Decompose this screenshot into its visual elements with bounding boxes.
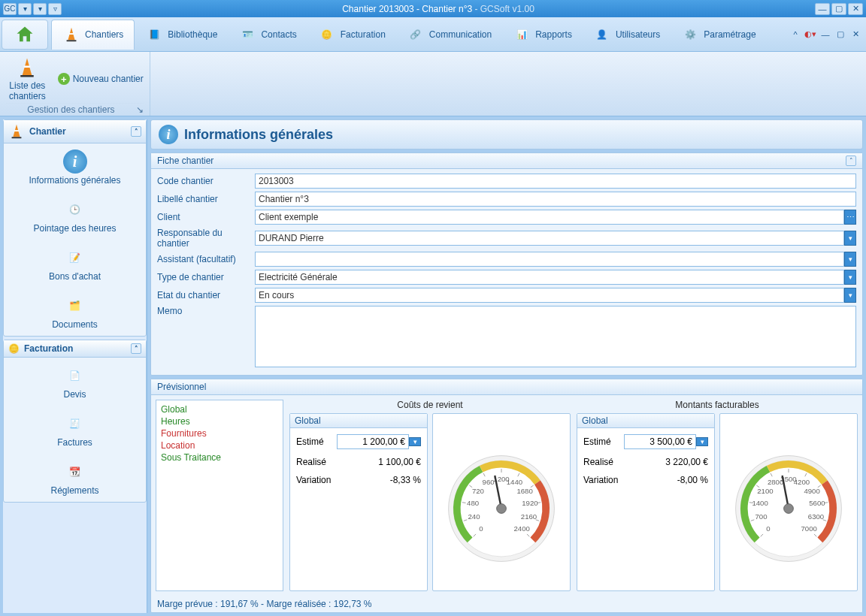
category-item[interactable]: Location [159, 439, 280, 451]
tab-chantiers[interactable]: Chantiers [51, 20, 135, 50]
client-field[interactable] [255, 210, 844, 225]
dropdown-button[interactable]: ▾ [844, 270, 856, 285]
assistant-field[interactable] [255, 252, 844, 267]
sidebar-group-header[interactable]: 🪙 Facturation ˄ [4, 340, 146, 358]
svg-text:480: 480 [467, 499, 479, 507]
collapse-icon[interactable]: ˄ [131, 126, 141, 137]
estime-montants-input[interactable] [624, 434, 696, 449]
svg-text:1400: 1400 [752, 499, 768, 507]
tab-rapports[interactable]: 📊Rapports [502, 20, 583, 50]
folder-icon: 🗂️ [63, 294, 87, 318]
sidebar-item-info[interactable]: iInformations générales [4, 143, 146, 192]
home-icon [14, 24, 35, 45]
gauge-montants: 0700140021002800350042004900560063007000 [719, 413, 858, 591]
new-chantier-button[interactable]: + Nouveau chantier [58, 73, 144, 85]
code-field[interactable] [255, 174, 856, 189]
user-icon: 👤 [593, 26, 611, 44]
dropdown-button[interactable]: ▾ [844, 252, 856, 267]
document-icon: 📄 [63, 364, 87, 388]
sidebar-item-bons[interactable]: 📝Bons d'achat [4, 240, 146, 288]
book-icon: 📘 [145, 26, 163, 44]
tab-utilisateurs[interactable]: 👤Utilisateurs [583, 20, 671, 50]
category-item[interactable]: Heures [159, 415, 280, 427]
svg-point-31 [497, 503, 507, 513]
memo-field[interactable] [255, 306, 856, 367]
libelle-field[interactable] [255, 192, 856, 207]
qat-app-icon[interactable]: GC [3, 3, 17, 15]
edit-icon: 📝 [63, 246, 87, 270]
dropdown-button[interactable]: ▾ [696, 437, 708, 446]
sidebar-item-factures[interactable]: 🧾Factures [4, 406, 146, 454]
tab-bibliotheque[interactable]: 📘Bibliothèque [135, 20, 228, 50]
etat-field[interactable] [255, 288, 844, 303]
estime-couts-input[interactable] [337, 434, 409, 449]
svg-rect-0 [69, 33, 74, 35]
window-titlebar: GC ▾ ▾ ▿ Chantier 2013003 - Chantier n°3… [0, 0, 866, 17]
chevron-up-icon[interactable]: ^ [789, 29, 801, 41]
responsable-field[interactable] [255, 231, 844, 246]
invoice-icon: 🧾 [63, 412, 87, 436]
gauge-couts: 0240480720960120014401680192021602400 [432, 413, 571, 591]
dropdown-button[interactable]: ▾ [844, 288, 856, 303]
contact-icon: 🪪 [238, 26, 256, 44]
dropdown-button[interactable]: ▾ [844, 231, 856, 246]
cone-icon [62, 26, 80, 44]
svg-text:4900: 4900 [804, 486, 819, 494]
qat-button-1[interactable]: ▾ [18, 3, 32, 15]
cone-icon [8, 123, 25, 140]
ribbon-panel: Liste des chantiers + Nouveau chantier G… [0, 52, 866, 116]
type-field[interactable] [255, 270, 844, 285]
sidebar-item-devis[interactable]: 📄Devis [4, 358, 146, 406]
close-button[interactable]: ✕ [848, 3, 863, 15]
cone-icon [16, 56, 38, 79]
ribbon-group-caption: Gestion des chantiers ↘ [6, 103, 144, 115]
calendar-icon: 📆 [63, 460, 87, 484]
mdi-minimize-button[interactable]: — [819, 29, 831, 41]
mdi-close-button[interactable]: ✕ [849, 29, 861, 41]
tab-label: Chantiers [85, 29, 123, 40]
sidebar-item-pointage[interactable]: 🕒Pointage des heures [4, 192, 146, 240]
svg-text:6300: 6300 [808, 512, 824, 521]
sidebar-group-header[interactable]: Chantier ˄ [4, 120, 146, 143]
svg-point-57 [784, 503, 794, 513]
category-item[interactable]: Sous Traitance [159, 451, 280, 464]
qat-button-2[interactable]: ▾ [33, 3, 47, 15]
svg-text:1680: 1680 [516, 486, 532, 494]
clock-icon: 🕒 [63, 198, 87, 222]
collapse-icon[interactable]: ˄ [846, 156, 856, 166]
restore-button[interactable]: ▢ [831, 3, 846, 15]
minimize-button[interactable]: — [815, 3, 830, 15]
share-icon: 🔗 [407, 26, 425, 44]
collapse-icon[interactable]: ˄ [131, 343, 141, 354]
client-picker-button[interactable]: ⋯ [844, 210, 856, 225]
panel-previsionnel: Prévisionnel GlobalHeuresFournituresLoca… [150, 379, 863, 613]
category-item[interactable]: Global [159, 403, 280, 415]
page-title: Informations générales [184, 127, 333, 143]
mdi-restore-button[interactable]: ▢ [834, 29, 846, 41]
sidebar: Chantier ˄ iInformations générales 🕒Poin… [3, 119, 147, 613]
app-home-button[interactable] [2, 20, 48, 50]
svg-text:1440: 1440 [507, 478, 522, 486]
info-icon: i [63, 149, 87, 174]
svg-text:2100: 2100 [757, 486, 773, 494]
svg-text:0: 0 [766, 524, 770, 532]
list-chantiers-button[interactable]: Liste des chantiers [6, 55, 49, 103]
qat-overflow[interactable]: ▿ [48, 3, 62, 15]
category-item[interactable]: Fournitures [159, 427, 280, 439]
svg-text:2160: 2160 [521, 512, 537, 521]
tab-parametrage[interactable]: ⚙️Paramétrage [671, 20, 766, 50]
dropdown-button[interactable]: ▾ [409, 437, 421, 446]
montants-box: Global Estimé▾ Realisé3 220,00 € Variati… [577, 413, 715, 591]
help-dropdown-icon[interactable]: ◐▾ [804, 29, 816, 41]
tab-facturation[interactable]: 🪙Facturation [307, 20, 396, 50]
panel-fiche: Fiche chantier˄ Code chantier Libellé ch… [150, 152, 863, 376]
sidebar-item-reglements[interactable]: 📆Réglements [4, 454, 146, 502]
previsionnel-category-list[interactable]: GlobalHeuresFournituresLocationSous Trai… [156, 400, 283, 591]
svg-text:5600: 5600 [809, 499, 825, 507]
tab-communication[interactable]: 🔗Communication [396, 20, 502, 50]
tab-contacts[interactable]: 🪪Contacts [228, 20, 307, 50]
ribbon-tabs: Chantiers 📘Bibliothèque 🪪Contacts 🪙Factu… [0, 17, 866, 52]
svg-text:4200: 4200 [794, 478, 810, 486]
svg-rect-5 [12, 137, 22, 138]
sidebar-item-documents[interactable]: 🗂️Documents [4, 288, 146, 336]
